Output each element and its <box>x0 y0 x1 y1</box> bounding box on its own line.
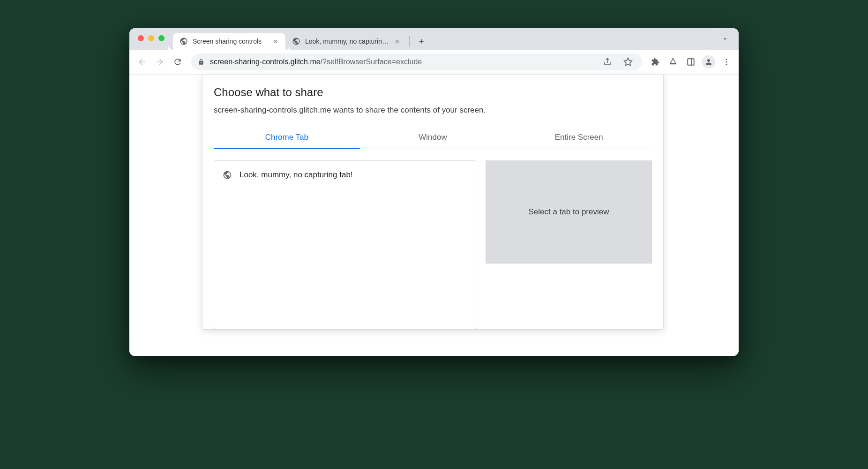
star-icon[interactable] <box>621 54 636 69</box>
side-panel-icon[interactable] <box>683 54 698 69</box>
lock-icon <box>198 59 204 65</box>
tab-title: Screen sharing controls <box>193 38 267 45</box>
profile-avatar-icon <box>702 55 715 68</box>
window-minimize-button[interactable] <box>148 35 154 41</box>
svg-point-4 <box>726 64 727 65</box>
dialog-title: Choose what to share <box>214 86 652 99</box>
new-tab-button[interactable] <box>414 34 428 48</box>
toolbar: screen-sharing-controls.glitch.me/?selfB… <box>129 50 739 75</box>
url-path: /?selfBrowserSurface=exclude <box>321 58 422 66</box>
preview-pane: Select a tab to preview <box>486 160 652 264</box>
url-host: screen-sharing-controls.glitch.me <box>210 58 321 66</box>
forward-button[interactable] <box>152 54 168 70</box>
share-content: Look, mummy, no capturing tab! Select a … <box>214 160 652 329</box>
window-maximize-button[interactable] <box>158 35 165 41</box>
extensions-icon[interactable] <box>648 54 663 69</box>
reload-button[interactable] <box>170 54 186 70</box>
browser-tab-inactive[interactable]: Look, mummy, no capturing tab <box>285 33 407 50</box>
browser-tabs: Screen sharing controls Look, mummy, no … <box>173 28 718 50</box>
menu-icon[interactable] <box>719 54 734 69</box>
globe-icon <box>223 170 232 180</box>
tab-list-item[interactable]: Look, mummy, no capturing tab! <box>214 166 476 184</box>
toolbar-icons <box>648 54 734 69</box>
profile-button[interactable] <box>701 54 716 69</box>
tab-separator <box>409 36 410 46</box>
close-icon[interactable] <box>271 38 279 45</box>
share-dialog: Choose what to share screen-sharing-cont… <box>202 75 664 330</box>
window-controls <box>138 35 165 41</box>
share-icon[interactable] <box>600 54 615 69</box>
svg-point-3 <box>726 61 727 63</box>
dialog-subtitle: screen-sharing-controls.glitch.me wants … <box>214 106 652 115</box>
preview-placeholder: Select a tab to preview <box>529 207 609 217</box>
share-tab-chrome-tab[interactable]: Chrome Tab <box>214 126 360 149</box>
tab-list-item-label: Look, mummy, no capturing tab! <box>239 170 353 180</box>
share-tab-entire-screen[interactable]: Entire Screen <box>506 126 652 149</box>
chevron-down-icon[interactable] <box>718 32 732 46</box>
tab-selection-list: Look, mummy, no capturing tab! <box>214 160 476 329</box>
page-content: Choose what to share screen-sharing-cont… <box>129 75 739 356</box>
tab-title: Look, mummy, no capturing tab <box>305 38 389 45</box>
share-tab-window[interactable]: Window <box>360 126 506 149</box>
address-bar[interactable]: screen-sharing-controls.glitch.me/?selfB… <box>191 53 642 70</box>
browser-window: Screen sharing controls Look, mummy, no … <box>129 28 739 356</box>
window-close-button[interactable] <box>138 35 144 41</box>
titlebar-right <box>718 32 732 46</box>
svg-rect-0 <box>688 59 694 65</box>
globe-icon <box>292 37 300 45</box>
browser-tab-active[interactable]: Screen sharing controls <box>173 33 285 50</box>
titlebar: Screen sharing controls Look, mummy, no … <box>129 28 739 50</box>
globe-icon <box>180 37 188 45</box>
url-text: screen-sharing-controls.glitch.me/?selfB… <box>210 58 594 66</box>
back-button[interactable] <box>134 54 150 70</box>
share-source-tabs: Chrome Tab Window Entire Screen <box>214 126 652 149</box>
flask-icon[interactable] <box>666 54 681 69</box>
close-icon[interactable] <box>393 38 401 45</box>
svg-point-2 <box>726 59 727 60</box>
